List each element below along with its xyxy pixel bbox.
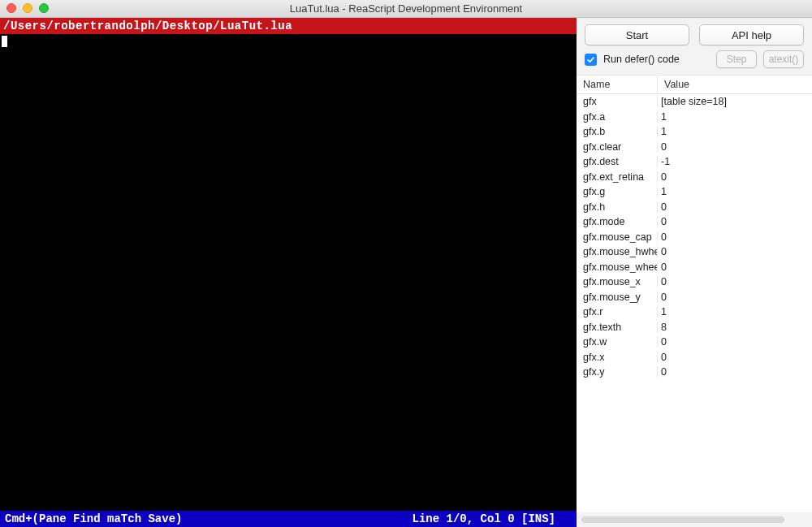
variable-value: 0 bbox=[658, 201, 812, 213]
variable-value: 0 bbox=[658, 292, 812, 303]
variable-row[interactable]: gfx.dest-1 bbox=[577, 154, 812, 170]
minimize-icon[interactable] bbox=[23, 3, 32, 13]
status-hints: Cmd+(Pane Find maTch Save) bbox=[5, 512, 182, 525]
variable-row[interactable]: gfx[table size=18] bbox=[577, 94, 812, 110]
code-editor[interactable] bbox=[0, 34, 577, 511]
variables-list[interactable]: gfx[table size=18]gfx.a1gfx.b1gfx.clear0… bbox=[577, 94, 812, 512]
variable-name: gfx.r bbox=[577, 306, 658, 317]
variable-value: 0 bbox=[658, 261, 812, 273]
variable-value: 0 bbox=[658, 171, 812, 183]
variable-name: gfx.dest bbox=[577, 156, 658, 167]
variable-name: gfx bbox=[577, 96, 658, 107]
check-icon bbox=[586, 55, 595, 64]
variable-value: [table size=18] bbox=[658, 96, 812, 107]
editor-status-bar: Cmd+(Pane Find maTch Save) Line 1/0, Col… bbox=[0, 511, 577, 527]
status-position: Line 1/0, Col 0 [INS] bbox=[412, 512, 555, 525]
variable-value: 1 bbox=[658, 111, 812, 123]
variable-row[interactable]: gfx.mode0 bbox=[577, 214, 812, 230]
variable-value: 0 bbox=[658, 216, 812, 227]
horizontal-scroll-thumb[interactable] bbox=[581, 516, 784, 523]
col-header-name[interactable]: Name bbox=[577, 76, 658, 93]
step-button: Step bbox=[716, 50, 757, 68]
variable-row[interactable]: gfx.x0 bbox=[577, 350, 812, 365]
top-button-row: Start API help bbox=[577, 18, 812, 50]
variable-row[interactable]: gfx.b1 bbox=[577, 124, 812, 140]
variable-name: gfx.mouse_x bbox=[577, 276, 658, 287]
variable-name: gfx.texth bbox=[577, 322, 658, 333]
run-options-row: Run defer() code Step atexit() bbox=[577, 50, 812, 75]
variable-value: 0 bbox=[658, 276, 812, 287]
window-title: LuaTut.lua - ReaScript Development Envir… bbox=[0, 2, 812, 15]
variable-value: 0 bbox=[658, 246, 812, 257]
variable-name: gfx.mouse_wheel bbox=[577, 261, 658, 273]
file-path-bar: /Users/robertrandolph/Desktop/LuaTut.lua bbox=[0, 18, 577, 34]
titlebar: LuaTut.lua - ReaScript Development Envir… bbox=[0, 0, 812, 18]
start-button[interactable]: Start bbox=[585, 24, 689, 45]
atexit-button: atexit() bbox=[763, 50, 804, 68]
variable-row[interactable]: gfx.texth8 bbox=[577, 320, 812, 335]
variable-row[interactable]: gfx.clear0 bbox=[577, 140, 812, 155]
variable-name: gfx.clear bbox=[577, 141, 658, 153]
variable-name: gfx.mouse_hwheel bbox=[577, 246, 658, 257]
variable-row[interactable]: gfx.mouse_y0 bbox=[577, 290, 812, 305]
variables-header: Name Value bbox=[577, 75, 812, 94]
variable-value: -1 bbox=[658, 156, 812, 167]
variable-value: 0 bbox=[658, 352, 812, 363]
variable-value: 1 bbox=[658, 306, 812, 317]
variable-row[interactable]: gfx.mouse_x0 bbox=[577, 274, 812, 290]
variable-value: 0 bbox=[658, 336, 812, 348]
variable-value: 0 bbox=[658, 231, 812, 243]
close-icon[interactable] bbox=[6, 3, 16, 13]
variable-name: gfx.a bbox=[577, 111, 658, 123]
run-defer-label: Run defer() code bbox=[603, 54, 710, 65]
variable-row[interactable]: gfx.r1 bbox=[577, 305, 812, 320]
body: /Users/robertrandolph/Desktop/LuaTut.lua… bbox=[0, 18, 812, 527]
text-cursor bbox=[2, 36, 7, 47]
variable-name: gfx.h bbox=[577, 201, 658, 213]
variable-value: 0 bbox=[658, 141, 812, 153]
run-defer-checkbox[interactable] bbox=[585, 54, 597, 66]
variable-name: gfx.y bbox=[577, 366, 658, 378]
variable-row[interactable]: gfx.ext_retina0 bbox=[577, 170, 812, 185]
variable-name: gfx.mouse_y bbox=[577, 292, 658, 303]
side-panel: Start API help Run defer() code Step ate… bbox=[577, 18, 812, 527]
variable-row[interactable]: gfx.g1 bbox=[577, 184, 812, 200]
variable-row[interactable]: gfx.w0 bbox=[577, 335, 812, 350]
variable-name: gfx.b bbox=[577, 126, 658, 137]
variable-value: 1 bbox=[658, 126, 812, 137]
variable-name: gfx.mouse_cap bbox=[577, 231, 658, 243]
horizontal-scroll-track bbox=[577, 512, 812, 527]
variable-name: gfx.mode bbox=[577, 216, 658, 227]
variable-value: 1 bbox=[658, 186, 812, 197]
variable-name: gfx.x bbox=[577, 352, 658, 363]
variable-row[interactable]: gfx.mouse_cap0 bbox=[577, 230, 812, 245]
variable-name: gfx.w bbox=[577, 336, 658, 348]
variable-row[interactable]: gfx.h0 bbox=[577, 200, 812, 215]
zoom-icon[interactable] bbox=[39, 3, 49, 13]
variable-row[interactable]: gfx.mouse_hwheel0 bbox=[577, 244, 812, 260]
variable-row[interactable]: gfx.mouse_wheel0 bbox=[577, 260, 812, 275]
variable-row[interactable]: gfx.y0 bbox=[577, 365, 812, 380]
variable-value: 0 bbox=[658, 366, 812, 378]
editor-pane: /Users/robertrandolph/Desktop/LuaTut.lua… bbox=[0, 18, 577, 527]
col-header-value[interactable]: Value bbox=[658, 76, 812, 93]
variable-name: gfx.g bbox=[577, 186, 658, 197]
variable-name: gfx.ext_retina bbox=[577, 171, 658, 183]
apihelp-button[interactable]: API help bbox=[699, 24, 804, 45]
app-window: LuaTut.lua - ReaScript Development Envir… bbox=[0, 0, 812, 527]
window-controls bbox=[6, 3, 49, 13]
variable-value: 8 bbox=[658, 322, 812, 333]
variable-row[interactable]: gfx.a1 bbox=[577, 110, 812, 125]
